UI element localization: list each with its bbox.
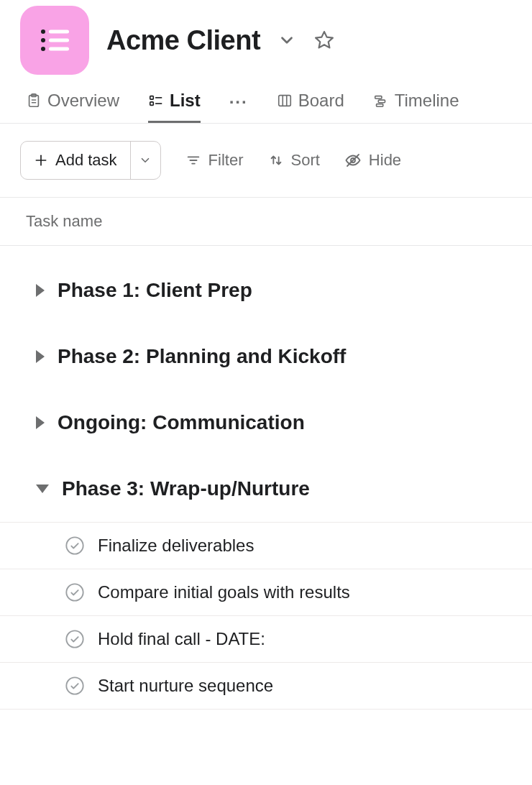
svg-point-27	[66, 537, 83, 554]
check-circle-icon[interactable]	[65, 582, 85, 602]
check-circle-icon[interactable]	[65, 536, 85, 556]
column-header-task-name[interactable]: Task name	[0, 197, 532, 246]
filter-label: Filter	[208, 151, 244, 170]
filter-icon	[185, 152, 201, 168]
tab-label: List	[170, 91, 201, 111]
sort-icon	[268, 152, 284, 168]
project-menu-button[interactable]	[278, 31, 296, 50]
caret-right-icon	[36, 350, 45, 363]
task-name: Finalize deliverables	[98, 536, 254, 556]
project-title[interactable]: Acme Client	[106, 25, 260, 56]
svg-rect-19	[376, 104, 382, 107]
sort-label: Sort	[291, 151, 320, 170]
caret-right-icon	[36, 284, 45, 297]
svg-point-2	[41, 38, 45, 42]
task-row[interactable]: Start nurture sequence	[0, 662, 532, 710]
eye-off-icon	[344, 152, 362, 169]
caret-right-icon	[36, 416, 45, 429]
clipboard-icon	[26, 93, 42, 109]
section-header[interactable]: Phase 2: Planning and Kickoff	[0, 323, 532, 390]
add-task-button[interactable]: Add task	[21, 142, 130, 179]
tab-timeline[interactable]: Timeline	[373, 91, 459, 123]
svg-rect-12	[150, 102, 154, 106]
add-task-label: Add task	[55, 151, 117, 170]
plus-icon	[34, 153, 48, 167]
add-task-dropdown-button[interactable]	[130, 142, 160, 179]
section-header[interactable]: Phase 3: Wrap-up/Nurture	[0, 456, 532, 522]
svg-rect-14	[278, 96, 290, 106]
section-title: Phase 3: Wrap-up/Nurture	[62, 477, 310, 500]
svg-point-4	[41, 47, 45, 51]
star-icon	[313, 29, 335, 51]
svg-rect-18	[378, 100, 385, 103]
tab-board[interactable]: Board	[277, 91, 344, 123]
task-row[interactable]: Finalize deliverables	[0, 522, 532, 569]
favorite-button[interactable]	[313, 29, 335, 51]
svg-point-28	[66, 584, 83, 600]
svg-rect-17	[375, 96, 382, 99]
project-icon[interactable]	[20, 6, 89, 75]
task-name: Compare initial goals with results	[98, 582, 350, 602]
tab-label: Timeline	[395, 91, 459, 111]
tab-more-button[interactable]: ···	[229, 92, 248, 122]
svg-point-29	[66, 630, 83, 647]
caret-down-icon	[36, 485, 49, 493]
sort-button[interactable]: Sort	[268, 151, 320, 170]
svg-point-0	[41, 29, 45, 34]
tab-label: Board	[298, 91, 344, 111]
svg-rect-3	[49, 39, 69, 42]
timeline-icon	[373, 93, 389, 109]
svg-rect-10	[150, 96, 154, 100]
tab-list[interactable]: List	[148, 91, 201, 123]
list-icon	[37, 23, 72, 58]
hide-label: Hide	[369, 151, 401, 170]
task-row[interactable]: Compare initial goals with results	[0, 569, 532, 615]
task-row[interactable]: Hold final call - DATE:	[0, 615, 532, 662]
section-title: Phase 2: Planning and Kickoff	[58, 345, 346, 368]
hide-button[interactable]: Hide	[344, 151, 401, 170]
tab-label: Overview	[47, 91, 119, 111]
chevron-down-icon	[139, 154, 152, 167]
section-header[interactable]: Ongoing: Communication	[0, 390, 532, 456]
chevron-down-icon	[278, 31, 296, 50]
section-header[interactable]: Phase 1: Client Prep	[0, 257, 532, 323]
filter-button[interactable]: Filter	[185, 151, 244, 170]
check-circle-icon[interactable]	[65, 629, 85, 649]
tab-overview[interactable]: Overview	[26, 91, 119, 123]
list-view-icon	[148, 93, 164, 109]
svg-rect-5	[49, 47, 69, 51]
section-title: Ongoing: Communication	[58, 411, 305, 434]
board-icon	[277, 93, 293, 109]
task-name: Hold final call - DATE:	[98, 629, 265, 649]
task-name: Start nurture sequence	[98, 676, 273, 696]
check-circle-icon[interactable]	[65, 676, 85, 696]
section-title: Phase 1: Client Prep	[58, 279, 252, 302]
svg-point-30	[66, 677, 83, 694]
svg-rect-1	[49, 30, 69, 34]
